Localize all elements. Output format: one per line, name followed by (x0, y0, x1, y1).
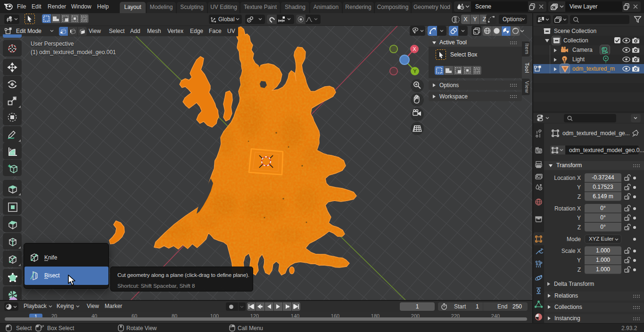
svg-text:X: X (413, 46, 416, 52)
svg-text:Y: Y (413, 68, 416, 74)
